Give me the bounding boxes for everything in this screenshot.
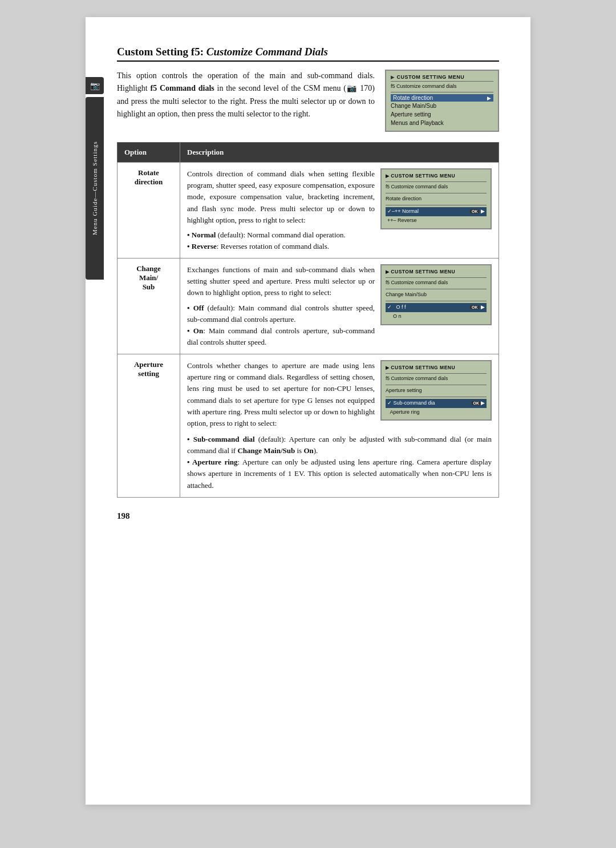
mainsub-section: Change Main/Sub [386, 291, 487, 299]
desc-rotate: Controls direction of command dials when… [180, 163, 499, 259]
mainsub-off-badge: OK ▶ [470, 304, 485, 312]
desc-aperture: Controls whether changes to aperture are… [180, 354, 499, 498]
page: 📷 Menu Guide—Custom Settings Custom Sett… [86, 17, 530, 805]
aperture-bullet-1: Sub-command dial (default): Aperture can… [187, 434, 492, 457]
lcd-item-3: Menus and Playback [391, 119, 493, 127]
rotate-row-content: Controls direction of command dials when… [187, 168, 492, 252]
mainsub-lcd: ▶ CUSTOM SETTING MENU f5 Customize comma… [380, 264, 492, 348]
rotate-normal-label: ✓–++ Normal [387, 208, 419, 216]
menu-guide-icon: 📷 [86, 77, 104, 94]
table-row-aperture: Aperturesetting Controls whether changes… [117, 354, 499, 498]
aperture-sub-badge: OK▶ [472, 399, 485, 407]
aperture-lcd-screen: ▶ CUSTOM SETTING MENU f5 Customize comma… [380, 360, 492, 421]
mainsub-lcd-subtitle: f5 Customize command dials [386, 279, 487, 286]
rotate-row-reverse: ++– Reverse [386, 216, 487, 225]
rotate-lcd-subtitle: f5 Customize command dials [386, 183, 487, 191]
aperture-divider2 [386, 397, 487, 397]
option-mainsub: ChangeMain/Sub [117, 259, 180, 354]
title-text: Custom Setting f5: [117, 46, 206, 58]
mainsub-row-off: ✓ O f f OK ▶ [386, 303, 487, 312]
desc-mainsub: Exchanges functions of main and sub-comm… [180, 259, 499, 354]
aperture-section: Aperture setting [386, 387, 487, 395]
aperture-lcd-header: ▶ CUSTOM SETTING MENU [386, 364, 487, 373]
mainsub-divider2 [386, 301, 487, 301]
intro-lcd: ▶ CUSTOM SETTING MENU f5 Customize comma… [385, 70, 499, 132]
main-table: Option Description Rotatedirection Contr… [117, 142, 499, 498]
rotate-text: Controls direction of command dials when… [187, 168, 375, 252]
col-option: Option [117, 143, 180, 163]
mainsub-bullet-2: On: Main command dial controls aperture,… [187, 325, 375, 348]
lcd-item-0-arrow: ▶ [487, 95, 491, 101]
intro-text: This option controls the operation of th… [117, 70, 375, 132]
sidebar-label: Menu Guide—Custom Settings [86, 97, 104, 280]
intro-icon: 📷 [346, 84, 358, 92]
rotate-bullet-2: Reverse: Reverses rotation of command di… [187, 241, 375, 252]
rotate-divider2 [386, 205, 487, 205]
option-aperture: Aperturesetting [117, 354, 180, 498]
rotate-bullets: Normal (default): Normal command dial op… [187, 229, 375, 252]
rotate-row-normal: ✓–++ Normal OK ▶ [386, 207, 487, 216]
intro-bold: f5 Command dials [150, 84, 214, 92]
aperture-row-content: Controls whether changes to aperture are… [187, 360, 492, 429]
mainsub-lcd-screen: ▶ CUSTOM SETTING MENU f5 Customize comma… [380, 264, 492, 325]
lcd-triangle: ▶ [391, 75, 395, 80]
mainsub-text: Exchanges functions of main and sub-comm… [187, 264, 375, 348]
rotate-bullet-1: Normal (default): Normal command dial op… [187, 229, 375, 241]
aperture-lcd-subtitle: f5 Customize command dials [386, 375, 487, 382]
aperture-bullet-2: Aperture ring: Aperture can only be adju… [187, 457, 492, 491]
aperture-text: Controls whether changes to aperture are… [187, 360, 375, 429]
intro-text-2: in the second level of the CSM menu ( [214, 84, 346, 92]
aperture-bullets: Sub-command dial (default): Aperture can… [187, 434, 492, 491]
lcd-item-0: Rotate direction ▶ [391, 94, 493, 102]
rotate-lcd-header: ▶ CUSTOM SETTING MENU [386, 172, 487, 181]
table-row-rotate: Rotatedirection Controls direction of co… [117, 163, 499, 259]
mainsub-row-content: Exchanges functions of main and sub-comm… [187, 264, 492, 348]
lcd-header-text: CUSTOM SETTING MENU [397, 74, 465, 80]
lcd-divider [391, 92, 493, 92]
rotate-section: Rotate direction [386, 195, 487, 203]
col-description: Description [180, 143, 499, 163]
lcd-item-2: Aperture setting [391, 110, 493, 119]
mainsub-row-on: O n [386, 312, 487, 321]
mainsub-off-label: ✓ O f f [387, 304, 406, 312]
aperture-row-ring: Aperture ring [386, 408, 487, 417]
mainsub-bullet-1: Off (default): Main command dial control… [187, 302, 375, 325]
title-italic: Customize Command Dials [206, 46, 328, 58]
table-row-mainsub: ChangeMain/Sub Exchanges functions of ma… [117, 259, 499, 354]
mainsub-divider [386, 289, 487, 289]
mainsub-lcd-header: ▶ CUSTOM SETTING MENU [386, 268, 487, 277]
lcd-header: ▶ CUSTOM SETTING MENU [391, 74, 493, 82]
lcd-subtitle: f5 Customize command dials [391, 83, 493, 89]
rotate-lcd-screen: ▶ CUSTOM SETTING MENU f5 Customize comma… [380, 168, 492, 229]
page-title: Custom Setting f5: Customize Command Dia… [117, 46, 499, 62]
rotate-lcd: ▶ CUSTOM SETTING MENU f5 Customize comma… [380, 168, 492, 252]
aperture-lcd: ▶ CUSTOM SETTING MENU f5 Customize comma… [380, 360, 492, 429]
rotate-divider [386, 193, 487, 193]
aperture-sub-label: ✓ Sub-command dia [387, 399, 435, 407]
intro-section: This option controls the operation of th… [117, 70, 499, 132]
lcd-item-0-label: Rotate direction [393, 95, 433, 101]
aperture-divider [386, 385, 487, 385]
page-number: 198 [117, 511, 499, 521]
rotate-normal-badge: OK ▶ [470, 208, 485, 216]
option-rotate: Rotatedirection [117, 163, 180, 259]
mainsub-bullets: Off (default): Main command dial control… [187, 302, 375, 349]
lcd-item-1: Change Main/Sub [391, 102, 493, 110]
aperture-row-sub: ✓ Sub-command dia OK▶ [386, 399, 487, 408]
